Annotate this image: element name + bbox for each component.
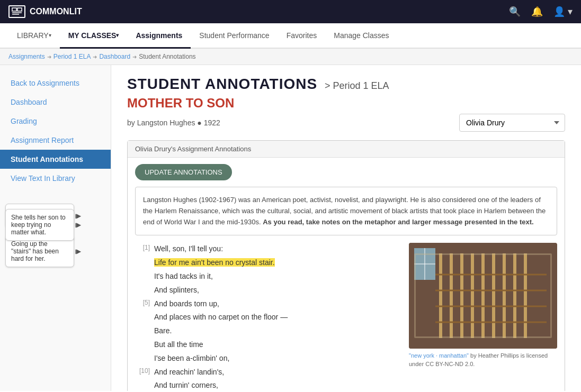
annotation-bubble-2-text: Going up the "stairs" has been hard for …: [11, 240, 59, 262]
logo[interactable]: COMMONLIT: [8, 5, 82, 18]
nav-student-performance[interactable]: Student Performance: [191, 23, 278, 49]
line-number: [135, 325, 150, 338]
poem-line-group: Life for me ain't been no crystal stair.: [135, 257, 398, 269]
page-title: STUDENT ANNOTATIONS: [127, 76, 317, 92]
secondary-navigation: LIBRARY MY CLASSES Assignments Student P…: [0, 23, 581, 49]
nav-my-classes[interactable]: MY CLASSES: [60, 23, 128, 49]
annotation-box: Olivia Drury's Assignment Annotations UP…: [127, 140, 565, 391]
poem-line-group: It's had tacks in it,: [135, 270, 398, 283]
year: 1922: [204, 118, 220, 127]
intro-bold: As you read, take notes on the metaphor …: [263, 218, 533, 226]
line-number: [135, 284, 150, 297]
line-text: But all the time: [154, 339, 203, 351]
update-annotations-button[interactable]: UPDATE ANNOTATIONS: [135, 164, 232, 180]
author-name: by Langston Hughes: [127, 118, 195, 127]
poem-line-group: [1]Well, son, I'll tell you:: [135, 243, 398, 256]
nav-favorites[interactable]: Favorites: [278, 23, 326, 49]
line-text: And turnin' corners,: [154, 379, 218, 391]
bullet: ●: [197, 118, 203, 127]
annotation-box-header: Olivia Drury's Assignment Annotations: [128, 141, 565, 158]
poem-line-group: Bare.: [135, 325, 398, 338]
line-text: And reachin' landin's,: [154, 366, 224, 379]
poem-text: [1]Well, son, I'll tell you:Life for me …: [135, 243, 398, 391]
top-navigation: COMMONLIT 🔍 🔔 👤 ▾: [0, 0, 581, 23]
line-text: And splinters,: [154, 284, 199, 297]
logo-icon: [8, 5, 25, 18]
poem-line-group: [5]And boards torn up,: [135, 298, 398, 311]
top-nav-icons: 🔍 🔔 👤 ▾: [509, 6, 573, 17]
search-icon[interactable]: 🔍: [509, 6, 521, 17]
sidebar: Back to Assignments Dashboard Grading As…: [0, 65, 111, 391]
poem-image-wrap: "new york · manhattan" by Heather Philli…: [409, 243, 557, 391]
image-caption: "new york · manhattan" by Heather Philli…: [409, 352, 557, 368]
logo-text: COMMONLIT: [30, 7, 82, 16]
nav-library[interactable]: LIBRARY: [8, 23, 60, 49]
poem-line-group: But all the time: [135, 339, 398, 351]
author-line: by Langston Hughes ● 1922: [127, 118, 220, 127]
content-area: STUDENT ANNOTATIONS > Period 1 ELA MOTHE…: [111, 65, 581, 391]
sidebar-item-annotations[interactable]: Student Annotations: [0, 150, 111, 169]
line-number: [135, 257, 150, 269]
poem-line-group: I'se been a-climbin' on,: [135, 352, 398, 365]
poem-line-group: And turnin' corners,: [135, 379, 398, 391]
breadcrumb-arrow-3: ➜: [132, 54, 137, 60]
svg-rect-4: [409, 243, 557, 349]
highlighted-text: Life for me ain't been no crystal stair.: [154, 258, 275, 267]
line-text: Bare.: [154, 325, 172, 338]
breadcrumb-arrow-2: ➜: [93, 54, 97, 60]
sidebar-item-report[interactable]: Assignment Report: [0, 131, 111, 150]
line-number: [10]: [135, 366, 150, 379]
period-label: > Period 1 ELA: [325, 80, 389, 91]
line-number: [135, 311, 150, 324]
line-text: I'se been a-climbin' on,: [154, 352, 229, 365]
poem-image: [409, 243, 557, 349]
svg-rect-0: [12, 8, 16, 11]
main-layout: Back to Assignments Dashboard Grading As…: [0, 65, 581, 391]
sidebar-item-grading[interactable]: Grading: [0, 112, 111, 131]
poem-section: [1]Well, son, I'll tell you:Life for me …: [128, 243, 565, 391]
annotation-bubble-3: She tells her son to keep trying no matt…: [5, 209, 74, 241]
line-number: [135, 339, 150, 351]
line-text: Life for me ain't been no crystal stair.: [154, 257, 275, 269]
image-caption-link[interactable]: "new york · manhattan": [409, 352, 469, 359]
breadcrumb-dashboard[interactable]: Dashboard: [99, 53, 130, 60]
intro-paragraph: Langston Hughes (1902-1967) was an Ameri…: [135, 187, 557, 235]
line-number: [135, 379, 150, 391]
line-text: Well, son, I'll tell you:: [154, 243, 223, 256]
breadcrumb-period[interactable]: Period 1 ELA: [53, 53, 91, 60]
poem-line-group: And splinters,: [135, 284, 398, 297]
line-number: [135, 352, 150, 365]
nav-assignments[interactable]: Assignments: [127, 23, 191, 49]
svg-rect-1: [17, 8, 22, 11]
breadcrumb-arrow-1: ➜: [47, 54, 51, 60]
nav-manage-classes[interactable]: Manage Classes: [325, 23, 397, 49]
breadcrumb-current: Student Annotations: [139, 53, 195, 60]
line-text: And places with no carpet on the floor —: [154, 311, 288, 324]
poem-line-group: [10]And reachin' landin's,: [135, 366, 398, 379]
breadcrumb: Assignments ➜ Period 1 ELA ➜ Dashboard ➜…: [0, 49, 581, 65]
poem-title: MOTHER TO SON: [127, 96, 565, 111]
line-number: [1]: [135, 243, 150, 256]
line-text: It's had tacks in it,: [154, 270, 213, 283]
line-text: And boards torn up,: [154, 298, 219, 311]
line-number: [5]: [135, 298, 150, 311]
poem-line-group: And places with no carpet on the floor —: [135, 311, 398, 324]
sidebar-item-library[interactable]: View Text In Library: [0, 169, 111, 188]
sidebar-item-back[interactable]: Back to Assignments: [0, 74, 111, 93]
notification-icon[interactable]: 🔔: [531, 6, 543, 17]
user-icon[interactable]: 👤 ▾: [553, 6, 573, 17]
student-selector[interactable]: Olivia Drury All Students: [459, 114, 565, 132]
annotation-bubble-3-text: She tells her son to keep trying no matt…: [11, 214, 66, 236]
breadcrumb-assignments[interactable]: Assignments: [8, 53, 45, 60]
sidebar-item-dashboard[interactable]: Dashboard: [0, 93, 111, 112]
line-number: [135, 270, 150, 283]
